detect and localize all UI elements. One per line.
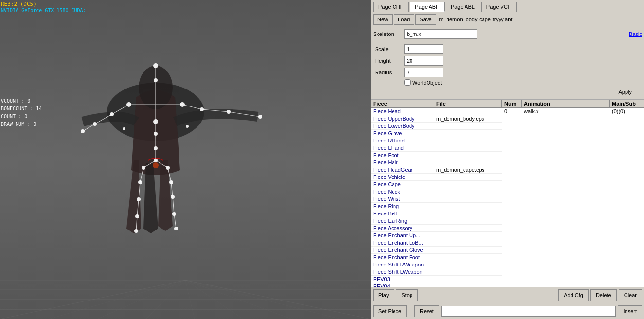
tab-abf[interactable]: Page ABF <box>410 2 445 12</box>
skeleton-input[interactable] <box>404 29 477 39</box>
piece-row[interactable]: Piece Belt <box>371 210 502 217</box>
apply-button[interactable]: Apply <box>612 88 638 96</box>
anim-list[interactable]: 0 walk.x (0)(0) <box>502 108 644 287</box>
piece-cell-file <box>434 210 502 217</box>
piece-row[interactable]: REV04 <box>371 283 502 287</box>
piece-row[interactable]: Piece Shift LWeapon <box>371 268 502 276</box>
piece-cell-file <box>434 203 502 210</box>
piece-cell-name: Piece Enchant Glove <box>371 247 434 253</box>
piece-cell-file <box>434 254 502 261</box>
piece-row[interactable]: Piece Cape <box>371 181 502 188</box>
insert-button[interactable]: Insert <box>618 305 642 317</box>
piece-list[interactable]: Piece Head Piece UpperBody m_demon_body.… <box>371 108 502 287</box>
tab-bar: Page CHF Page ABF Page ABL Page VCF <box>371 0 644 12</box>
piece-cell-name: Piece Foot <box>371 152 434 159</box>
piece-col-file: File <box>434 100 502 107</box>
delete-button[interactable]: Delete <box>590 289 617 301</box>
piece-cell-name: Piece LowerBody <box>371 123 434 129</box>
tab-chf[interactable]: Page CHF <box>373 2 409 12</box>
svg-point-41 <box>123 127 125 130</box>
piece-cell-name: Piece Accessory <box>371 225 434 231</box>
piece-cell-name: Piece LHand <box>371 144 434 151</box>
piece-row[interactable]: Piece Enchant Up... <box>371 232 502 239</box>
radius-label: Radius <box>375 70 404 75</box>
piece-cell-file <box>434 276 502 283</box>
anim-table-area: Num Animation Main/Sub 0 walk.x (0)(0) <box>502 100 644 287</box>
piece-cell-name: Piece Enchant Up... <box>371 232 434 239</box>
piece-row[interactable]: Piece Enchant Foot <box>371 254 502 261</box>
save-button[interactable]: Save <box>415 14 436 25</box>
piece-row[interactable]: Piece Enchant Glove <box>371 247 502 254</box>
piece-cell-name: Piece HeadGear <box>371 166 434 173</box>
height-input[interactable] <box>404 56 443 66</box>
piece-cell-name: Piece Cape <box>371 181 434 188</box>
right-panel: Page CHF Page ABF Page ABL Page VCF New … <box>371 0 644 319</box>
debug-version: RE3:2 (DC5) <box>1 1 36 7</box>
play-button[interactable]: Play <box>373 289 394 301</box>
add-cfg-button[interactable]: Add Cfg <box>558 289 589 301</box>
piece-row[interactable]: Piece Wrist <box>371 195 502 203</box>
piece-cell-name: Piece Enchant Foot <box>371 254 434 261</box>
character-model <box>49 24 268 267</box>
anim-row[interactable]: 0 walk.x (0)(0) <box>502 108 644 115</box>
piece-row[interactable]: Piece Enchant LoB... <box>371 239 502 247</box>
insert-input[interactable] <box>441 306 616 317</box>
piece-row[interactable]: Piece Vehicle <box>371 174 502 181</box>
clear-button[interactable]: Clear <box>619 289 642 301</box>
piece-cell-name: Piece UpperBody <box>371 115 434 122</box>
basic-link[interactable]: Basic <box>629 31 642 37</box>
piece-cell-file <box>434 181 502 188</box>
piece-row[interactable]: Piece Hair <box>371 159 502 166</box>
svg-line-63 <box>174 214 176 229</box>
stop-button[interactable]: Stop <box>396 289 418 301</box>
tab-vcf[interactable]: Page VCF <box>481 2 517 12</box>
piece-cell-name: Piece Hair <box>371 159 434 166</box>
piece-row[interactable]: Piece Head <box>371 108 502 115</box>
piece-row[interactable]: Piece Shift RWeapon <box>371 261 502 268</box>
piece-cell-name: Piece Head <box>371 108 434 115</box>
piece-table-area: Piece File Piece Head Piece UpperBody m_… <box>371 100 502 287</box>
piece-row[interactable]: Piece EarRing <box>371 217 502 225</box>
piece-table-header: Piece File <box>371 100 502 108</box>
piece-row[interactable]: Piece Neck <box>371 188 502 195</box>
piece-row[interactable]: Piece RHand <box>371 137 502 144</box>
new-button[interactable]: New <box>373 14 393 25</box>
piece-col-piece: Piece <box>371 100 434 107</box>
piece-row[interactable]: Piece LHand <box>371 144 502 152</box>
radius-input[interactable] <box>404 68 443 77</box>
debug-gpu: NVIDIA GeForce GTX 1580 CUDA: <box>1 8 86 13</box>
piece-cell-name: Piece Belt <box>371 210 434 217</box>
piece-row[interactable]: Piece Ring <box>371 203 502 210</box>
svg-point-42 <box>186 125 189 128</box>
piece-cell-file <box>434 283 502 287</box>
piece-row[interactable]: Piece LowerBody <box>371 123 502 130</box>
tab-abl[interactable]: Page ABL <box>446 2 480 12</box>
piece-cell-name: Piece Enchant LoB... <box>371 239 434 246</box>
scale-input[interactable] <box>404 44 443 54</box>
worldobj-checkbox[interactable] <box>404 79 411 86</box>
piece-row[interactable]: Piece UpperBody m_demon_body.cps <box>371 115 502 123</box>
piece-row[interactable]: Piece HeadGear m_demon_cape.cps <box>371 166 502 174</box>
piece-cell-name: Piece Glove <box>371 130 434 137</box>
piece-cell-file: m_demon_body.cps <box>434 115 502 122</box>
main-area: Piece File Piece Head Piece UpperBody m_… <box>371 100 644 287</box>
piece-cell-file <box>434 144 502 151</box>
set-piece-button[interactable]: Set Piece <box>373 305 407 317</box>
anim-table-header: Num Animation Main/Sub <box>502 100 644 108</box>
anim-cell-num: 0 <box>502 108 522 115</box>
piece-cell-name: REV04 <box>371 283 434 287</box>
load-button[interactable]: Load <box>394 14 414 25</box>
reset-button[interactable]: Reset <box>414 305 439 317</box>
piece-cell-file <box>434 247 502 253</box>
piece-cell-file <box>434 195 502 202</box>
piece-cell-file <box>434 188 502 195</box>
piece-cell-name: Piece Wrist <box>371 195 434 202</box>
anim-cell-animation: walk.x <box>522 108 610 115</box>
piece-row[interactable]: REV03 <box>371 276 502 283</box>
piece-row[interactable]: Piece Accessory <box>371 225 502 232</box>
piece-row[interactable]: Piece Foot <box>371 152 502 159</box>
piece-cell-name: REV03 <box>371 276 434 283</box>
piece-cell-name: Piece RHand <box>371 137 434 144</box>
piece-row[interactable]: Piece Glove <box>371 130 502 137</box>
3d-viewport[interactable]: RE3:2 (DC5) NVIDIA GeForce GTX 1580 CUDA… <box>0 0 371 319</box>
